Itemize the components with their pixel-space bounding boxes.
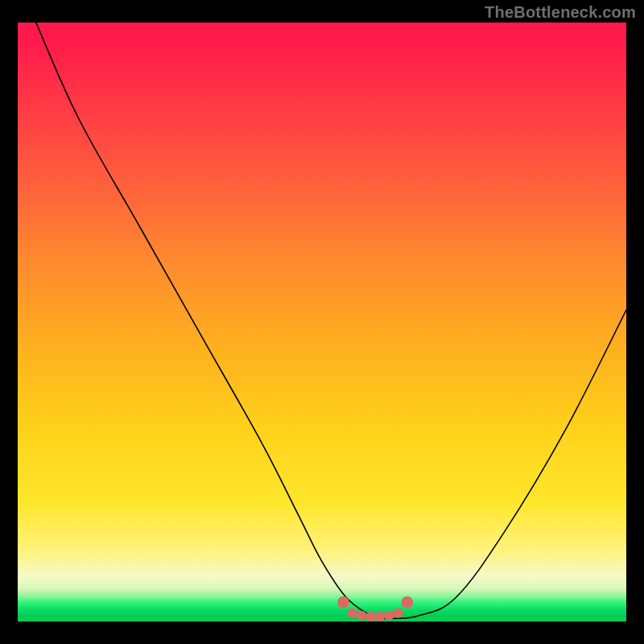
- watermark-text: TheBottleneck.com: [485, 3, 636, 22]
- marker-dot: [365, 612, 375, 621]
- chart-frame: TheBottleneck.com: [0, 0, 644, 644]
- marker-dot: [393, 608, 402, 617]
- marker-dot: [348, 608, 357, 617]
- marker-dot: [357, 610, 366, 620]
- marker-dot: [384, 610, 394, 620]
- bottleneck-curve: [36, 23, 626, 619]
- curve-layer: [18, 23, 626, 621]
- marker-dot: [375, 612, 385, 621]
- marker-dot: [337, 597, 349, 609]
- marker-dot: [401, 597, 413, 609]
- plot-area: [18, 23, 626, 621]
